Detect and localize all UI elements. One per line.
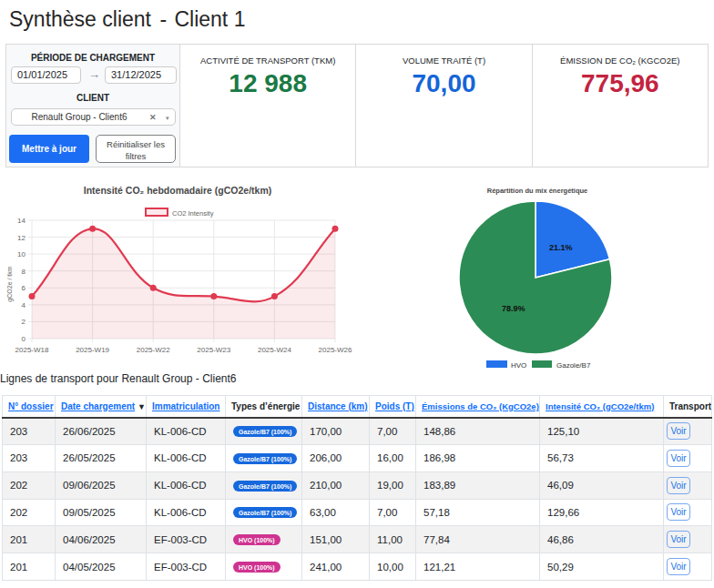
svg-text:10: 10 <box>17 250 26 259</box>
svg-text:Répartition du mix énergétique: Répartition du mix énergétique <box>487 187 587 195</box>
svg-text:21.1%: 21.1% <box>549 243 573 252</box>
svg-text:2025-W22: 2025-W22 <box>137 346 170 354</box>
svg-text:2: 2 <box>22 318 26 326</box>
svg-text:14: 14 <box>17 217 26 225</box>
svg-text:8: 8 <box>22 268 26 276</box>
svg-text:2025-W19: 2025-W19 <box>76 346 109 354</box>
svg-text:12: 12 <box>17 234 26 242</box>
svg-text:0: 0 <box>22 335 26 343</box>
svg-text:2025-W18: 2025-W18 <box>15 346 49 354</box>
svg-text:Intensité CO₂ hebdomadaire (gC: Intensité CO₂ hebdomadaire (gCO2e/tkm) <box>84 185 272 196</box>
svg-text:2025-W23: 2025-W23 <box>197 346 230 354</box>
svg-text:gCO2e / tkm: gCO2e / tkm <box>6 266 14 301</box>
svg-text:CO2 Intensity: CO2 Intensity <box>172 209 214 218</box>
svg-text:HVO: HVO <box>511 361 526 370</box>
svg-text:4: 4 <box>22 301 26 309</box>
svg-text:Gazole/B7: Gazole/B7 <box>556 361 591 370</box>
svg-text:2025-W26: 2025-W26 <box>319 346 352 354</box>
svg-text:78.9%: 78.9% <box>502 304 525 313</box>
svg-text:6: 6 <box>22 284 26 292</box>
svg-text:2025-W24: 2025-W24 <box>258 346 291 354</box>
